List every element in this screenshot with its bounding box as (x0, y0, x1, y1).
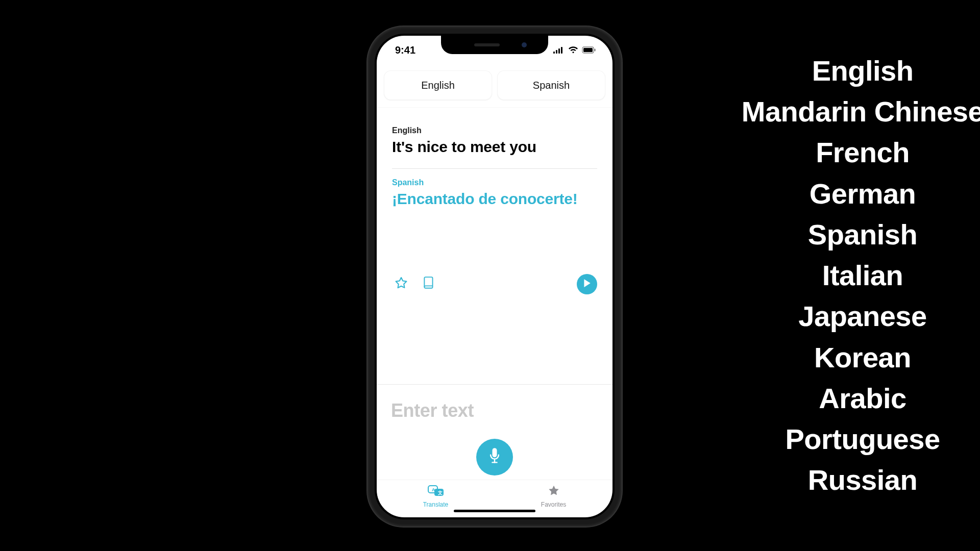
book-icon (422, 276, 435, 292)
svg-rect-7 (424, 277, 432, 288)
language-selector-row: English Spanish (377, 64, 612, 107)
microphone-icon (487, 447, 502, 467)
play-audio-button[interactable] (577, 274, 597, 294)
play-icon (583, 279, 591, 290)
dictionary-button[interactable] (420, 275, 438, 293)
list-item: German (679, 179, 980, 209)
list-item: Italian (679, 261, 980, 290)
input-section: Enter text (377, 384, 612, 480)
favorite-button[interactable] (392, 275, 410, 293)
svg-text:文: 文 (437, 490, 443, 495)
list-item: English (679, 56, 980, 86)
battery-icon (582, 44, 596, 56)
list-item: Spanish (679, 220, 980, 249)
svg-rect-2 (558, 48, 560, 54)
wifi-icon (568, 44, 578, 56)
source-language-label: English (392, 126, 597, 135)
source-language-chip[interactable]: English (384, 70, 492, 100)
list-item: Portuguese (679, 424, 980, 454)
list-item: Arabic (679, 384, 980, 413)
star-filled-icon (547, 484, 561, 499)
target-language-chip[interactable]: Spanish (497, 70, 605, 100)
svg-text:A: A (432, 487, 435, 492)
list-item: Korean (679, 343, 980, 372)
notch (441, 36, 548, 54)
translation-card: English It's nice to meet you Spanish ¡E… (377, 107, 612, 384)
speaker-grille (474, 43, 500, 46)
list-item: French (679, 138, 980, 167)
svg-rect-0 (553, 52, 555, 54)
home-indicator[interactable] (454, 510, 535, 512)
status-time: 9:41 (395, 44, 415, 56)
target-language-label: Spanish (392, 178, 597, 187)
status-icons (553, 44, 596, 56)
svg-rect-5 (583, 48, 593, 52)
microphone-button[interactable] (476, 439, 513, 475)
screen: 9:41 English Spanish (377, 36, 612, 517)
supported-languages-list: English Mandarin Chinese French German S… (679, 56, 980, 507)
card-divider (392, 168, 597, 169)
front-camera (522, 42, 527, 47)
phone-inner: 9:41 English Spanish (375, 34, 615, 519)
cellular-icon (553, 44, 565, 56)
translate-icon: A文 (427, 484, 445, 499)
svg-rect-3 (561, 47, 562, 54)
svg-rect-1 (556, 50, 557, 54)
svg-rect-8 (493, 448, 497, 457)
list-item: Russian (679, 465, 980, 495)
text-input[interactable]: Enter text (391, 400, 474, 421)
tab-favorites-label: Favorites (541, 501, 566, 508)
target-text: ¡Encantado de conocerte! (392, 190, 597, 208)
svg-rect-6 (595, 48, 596, 51)
phone-frame: 9:41 English Spanish (368, 27, 622, 527)
source-text: It's nice to meet you (392, 138, 597, 156)
star-icon (394, 276, 408, 292)
list-item: Japanese (679, 302, 980, 331)
tab-translate-label: Translate (423, 501, 449, 508)
list-item: Mandarin Chinese (679, 97, 980, 127)
